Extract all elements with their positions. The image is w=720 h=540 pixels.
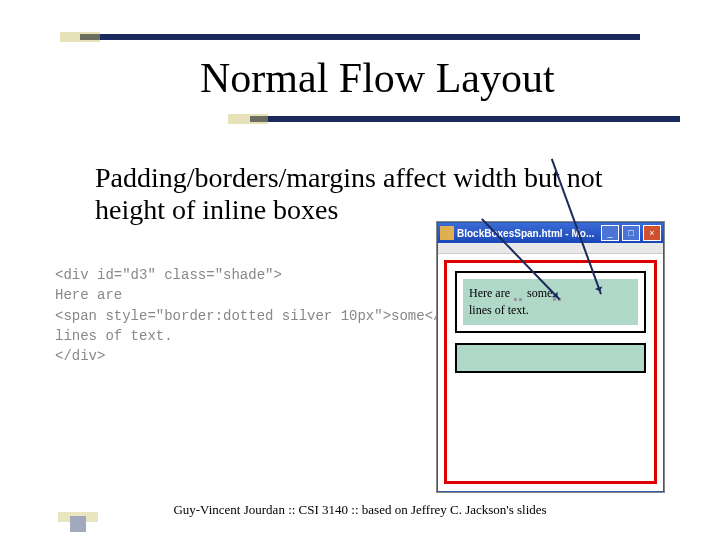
browser-window: BlockBoxesSpan.html - Mo... _ □ × Here a… [437, 222, 664, 492]
code-line: <span style="border:dotted silver 10px">… [55, 306, 483, 326]
browser-titlebar: BlockBoxesSpan.html - Mo... _ □ × [438, 223, 663, 243]
outer-red-box: Here are some lines of text. [444, 260, 657, 484]
title-top-accent [60, 32, 100, 42]
slide-title: Normal Flow Layout [200, 54, 680, 102]
empty-box [455, 343, 646, 373]
code-line: Here are [55, 285, 483, 305]
maximize-button[interactable]: □ [622, 225, 640, 241]
content-box: Here are some lines of text. [455, 271, 646, 333]
code-line: lines of text. [55, 326, 483, 346]
code-line: </div> [55, 346, 483, 366]
title-top-rule [80, 34, 640, 40]
text-lines-of-text: lines of text. [469, 303, 529, 317]
close-button[interactable]: × [643, 225, 661, 241]
dotted-border-left-icon [513, 289, 527, 299]
shade-box: Here are some lines of text. [463, 279, 638, 325]
body-text: Padding/borders/margins affect width but… [95, 162, 655, 226]
footer-text: Guy-Vincent Jourdan :: CSI 3140 :: based… [0, 502, 720, 518]
slide: Normal Flow Layout Padding/borders/margi… [0, 0, 720, 540]
minimize-button[interactable]: _ [601, 225, 619, 241]
title-block: Normal Flow Layout [60, 34, 680, 122]
title-bottom-accent [228, 114, 268, 124]
code-line: <div id="d3" class="shade"> [55, 265, 483, 285]
text-here-are: Here are [469, 286, 513, 300]
code-block: <div id="d3" class="shade"> Here are <sp… [55, 265, 483, 366]
browser-toolbar [438, 243, 663, 254]
title-bottom-rule [250, 116, 680, 122]
app-icon [440, 226, 454, 240]
